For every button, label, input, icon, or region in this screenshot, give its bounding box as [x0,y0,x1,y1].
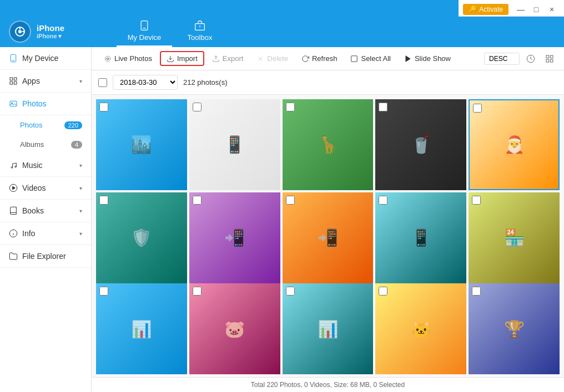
svg-rect-32 [546,59,549,62]
photo-item[interactable]: 🏙️ [96,99,187,190]
export-icon [212,55,220,63]
app-device-name: iPhone [37,23,64,33]
photo-grid: 🏙️ 📱 🦒 🥤 🎅 🛡️ [92,95,564,377]
photo-count: 212 photos(s) [183,78,228,86]
svg-rect-9 [14,78,17,80]
photo-checkbox[interactable] [99,103,108,111]
slide-show-button[interactable]: Slide Show [399,52,456,65]
svg-rect-8 [10,78,13,80]
photo-item[interactable]: 📲 [189,192,280,283]
photo-checkbox[interactable] [472,287,481,296]
svg-rect-11 [14,82,17,84]
photo-checkbox[interactable] [193,287,202,296]
photo-checkbox[interactable] [99,287,108,296]
photo-thumbnail: 🏙️ [96,99,187,190]
export-button[interactable]: Export [207,52,249,65]
view-clock-button[interactable] [523,51,538,67]
import-icon [167,55,174,63]
sidebar-info-label: Info [22,229,35,238]
photo-checkbox[interactable] [286,103,295,111]
photo-item[interactable]: 📱 [375,192,466,283]
sidebar-item-music[interactable]: Music ▾ [0,154,91,177]
photo-thumbnail: 🐱 [375,283,466,374]
sidebar-item-file-explorer[interactable]: File Explorer [0,245,91,268]
sidebar: My Device Apps ▾ Photos Photos 220 [0,47,92,392]
sidebar-photos-sub[interactable]: Photos 220 [0,115,91,135]
photo-item[interactable]: 🏆 [469,283,560,374]
logo-icon [9,21,31,43]
photo-item[interactable]: 📲 [283,192,374,283]
photo-thumbnail: 📱 [375,192,466,283]
sidebar-item-videos[interactable]: Videos ▾ [0,177,91,200]
sidebar-albums-sub[interactable]: Albums 4 [0,135,91,154]
close-button[interactable]: × [544,2,560,17]
photo-item[interactable]: 📊 [96,283,187,374]
photo-checkbox[interactable] [472,196,481,205]
minimize-button[interactable]: — [513,2,528,17]
photo-checkbox[interactable] [193,103,202,111]
photo-thumbnail: 📲 [189,192,280,283]
activate-button[interactable]: 🔑 Activate [463,4,508,15]
photo-thumbnail: 📱 [189,99,280,190]
live-photos-button[interactable]: Live Photos [98,52,158,65]
sidebar-photos-label: Photos [22,99,47,108]
photo-item[interactable]: 📊 [283,283,374,374]
app-logo: iPhone iPhone ▾ [0,21,117,43]
sidebar-item-my-device[interactable]: My Device [0,47,91,70]
photo-checkbox[interactable] [379,196,387,205]
refresh-button[interactable]: Refresh [296,52,343,65]
nav-toolbox[interactable]: Toolbox [172,16,228,47]
photo-item[interactable]: 🥤 [375,99,466,190]
sidebar-albums-label: Albums [20,140,44,149]
sidebar-books-label: Books [22,206,44,215]
nav-my-device[interactable]: My Device [117,16,172,47]
videos-arrow: ▾ [79,185,82,191]
sidebar-item-info[interactable]: Info ▾ [0,222,91,245]
import-button[interactable]: Import [160,51,204,66]
sort-select[interactable]: DESC ASC [484,53,520,65]
photo-checkbox[interactable] [473,104,482,113]
svg-rect-12 [10,101,17,106]
photo-thumbnail: 🐷 [189,283,280,374]
photo-thumbnail: 🦒 [283,99,374,190]
photo-checkbox[interactable] [99,196,108,205]
photo-item[interactable]: 🎅 [469,99,560,190]
key-icon: 🔑 [469,6,477,13]
svg-rect-27 [351,55,357,62]
select-all-button[interactable]: Select All [345,52,396,65]
svg-point-1 [18,30,22,33]
header-nav: My Device Toolbox [117,16,564,47]
photo-checkbox[interactable] [193,196,202,205]
photo-item[interactable]: 🐷 [189,283,280,374]
photo-item[interactable]: 🐱 [375,283,466,374]
photo-thumbnail: 📲 [283,192,374,283]
photo-checkbox[interactable] [286,287,295,296]
photo-item[interactable]: 🛡️ [96,192,187,283]
date-select[interactable]: 2018-03-30 [113,75,178,90]
maximize-button[interactable]: □ [528,2,544,17]
photo-thumbnail: 🏆 [469,283,560,374]
photo-item[interactable]: 🦒 [283,99,374,190]
info-arrow: ▾ [79,231,82,237]
books-arrow: ▾ [79,208,82,214]
toolbar-right: DESC ASC [484,51,557,67]
select-all-checkbox[interactable] [98,78,107,87]
toolbar: Live Photos Import Export [92,47,564,70]
delete-button[interactable]: Delete [251,52,294,65]
view-grid-button[interactable] [542,51,557,67]
photo-item[interactable]: 🏪 [469,192,560,283]
sidebar-item-apps[interactable]: Apps ▾ [0,70,91,93]
photo-checkbox[interactable] [286,196,295,205]
photo-item[interactable]: 📱 [189,99,280,190]
live-photos-icon [104,55,112,63]
device-dropdown[interactable]: iPhone ▾ [37,33,64,40]
sidebar-item-books[interactable]: Books ▾ [0,200,91,222]
photo-thumbnail: 🎅 [470,100,558,189]
sidebar-music-label: Music [22,161,43,170]
status-text: Total 220 Photos, 0 Videos, Size: 68 MB,… [251,381,405,389]
photo-checkbox[interactable] [379,287,387,296]
sidebar-mydevice-label: My Device [22,54,58,63]
photo-checkbox[interactable] [379,103,387,111]
sidebar-apps-label: Apps [22,77,40,85]
sidebar-item-photos[interactable]: Photos [0,93,91,115]
